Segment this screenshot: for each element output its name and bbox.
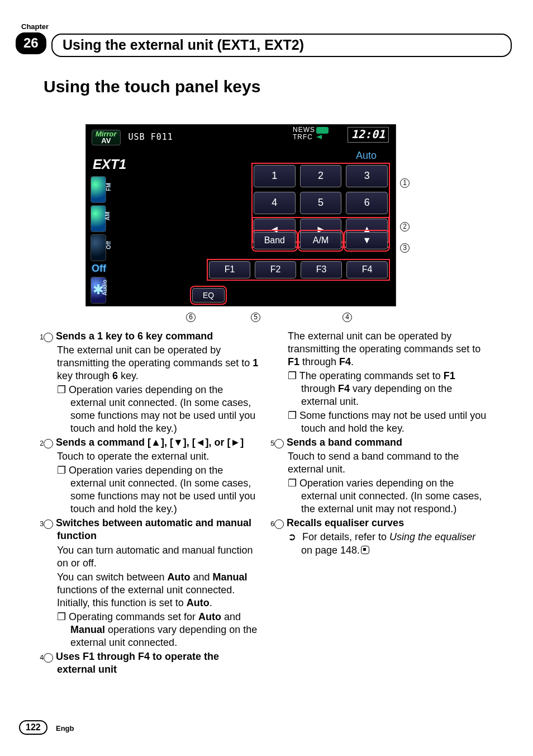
side-btn-off[interactable]: Off (91, 234, 106, 261)
item-6-num: 6 (274, 519, 284, 529)
eq-button[interactable]: EQ (192, 288, 225, 303)
key-down[interactable]: ▼ (346, 232, 388, 249)
left-column: 1 Sends a 1 key to 6 key command The ext… (44, 330, 259, 677)
language-label: Engb (56, 724, 74, 734)
key-2[interactable]: 2 (300, 165, 342, 187)
traffic-arrow-icon (316, 135, 322, 139)
item-2: 2 Sends a command [▲], [▼], [◄], or [►] (44, 436, 259, 449)
source-label: USB F011 (129, 132, 173, 143)
car-icon (316, 127, 329, 134)
band-button[interactable]: Band (254, 232, 296, 249)
item-2-body: Touch to operate the external unit. (44, 450, 259, 463)
item-6: 6 Recalls equaliser curves (274, 517, 489, 530)
callout-3: 3 (400, 242, 410, 253)
side-btn-fm[interactable]: FM (91, 176, 106, 203)
item-3-note: ❐ Operating commands set for Auto and Ma… (44, 611, 259, 649)
callout-6: 6 (186, 311, 196, 322)
item-5-note: ❐ Operation varies depending on the exte… (274, 477, 489, 516)
bluetooth-icon: ✱ (93, 281, 104, 299)
item-4-num: 4 (44, 653, 53, 663)
item-1-body: The external unit can be operated by tra… (44, 344, 259, 382)
f3-button[interactable]: F3 (301, 261, 342, 278)
key-3[interactable]: 3 (346, 165, 388, 187)
item-4-body: The external unit can be operated by tra… (274, 330, 489, 368)
chapter-label: Chapter (21, 22, 49, 32)
section-title: Using the touch panel keys (44, 76, 260, 97)
right-column: The external unit can be operated by tra… (274, 330, 489, 677)
item-5-body: Touch to send a band command to the exte… (274, 450, 489, 476)
item-1-title: Sends a 1 key to 6 key command (56, 330, 213, 342)
key-6[interactable]: 6 (346, 192, 388, 214)
key-4[interactable]: 4 (254, 192, 296, 214)
am-toggle-button[interactable]: A/M (300, 232, 342, 249)
item-2-num: 2 (44, 439, 53, 448)
band-row: Band A/M ▼ (254, 232, 388, 249)
item-4: 4 Uses F1 through F4 to operate the exte… (44, 650, 259, 676)
ext1-label: EXT1 (93, 156, 126, 173)
chapter-title: Using the external unit (EXT1, EXT2) (51, 34, 512, 57)
key-1[interactable]: 1 (254, 165, 296, 187)
callouts-below: 6 5 4 (85, 311, 396, 324)
callout-2: 2 (400, 220, 410, 231)
item-1-num: 1 (44, 333, 53, 342)
item-1-note: ❐ Operation varies depending on the exte… (44, 384, 259, 435)
chapter-number-badge: 26 (16, 32, 46, 54)
side-btn-am[interactable]: AM (91, 205, 106, 232)
key-5[interactable]: 5 (300, 192, 342, 214)
touch-panel-screenshot: Mirror AV USB F011 NEWS TRFC 12:01 Auto … (85, 124, 396, 306)
clock-display: 12:01 (348, 127, 389, 143)
f2-button[interactable]: F2 (255, 261, 296, 278)
fm-label: FM (105, 183, 112, 191)
item-3-body-2: You can switch between Auto and Manual f… (44, 571, 259, 609)
f-keys-group: F1 F2 F3 F4 (209, 261, 388, 278)
f1-button[interactable]: F1 (209, 261, 250, 278)
item-4-title: Uses F1 through F4 to operate the extern… (56, 651, 219, 675)
item-4-note-2: ❐ Some functions may not be used until y… (274, 409, 489, 435)
item-3-title: Switches between automatic and manual fu… (56, 517, 251, 541)
item-6-title: Recalls equaliser curves (287, 517, 404, 528)
trfc-indicator: TRFC (293, 133, 313, 141)
av-label: AV (96, 138, 117, 144)
item-5-num: 5 (274, 439, 284, 448)
mirror-av-button[interactable]: Mirror AV (92, 130, 121, 145)
item-3-num: 3 (44, 519, 53, 529)
item-3-body-1: You can turn automatic and manual functi… (44, 544, 259, 570)
item-6-ref: For details, refer to Using the equalise… (274, 531, 489, 556)
item-5-title: Sends a band command (287, 437, 402, 448)
item-4-note-1: ❐ The operating commands set to F1 throu… (274, 370, 489, 408)
section-end-icon (361, 546, 369, 554)
mode-label: Auto (356, 149, 377, 162)
callout-1: 1 (400, 177, 410, 188)
off-label-side: Off (105, 241, 112, 249)
callout-5: 5 (251, 311, 260, 322)
item-2-note: ❐ Operation varies depending on the exte… (44, 464, 259, 516)
am-label: AM (105, 212, 112, 221)
off-label: Off (92, 262, 106, 275)
body-columns: 1 Sends a 1 key to 6 key command The ext… (44, 330, 489, 677)
item-3: 3 Switches between automatic and manual … (44, 517, 259, 542)
item-5: 5 Sends a band command (274, 436, 489, 449)
page-number-badge: 122 (19, 720, 47, 735)
f4-button[interactable]: F4 (346, 261, 388, 278)
callout-4: 4 (342, 311, 352, 322)
item-1: 1 Sends a 1 key to 6 key command (44, 330, 259, 343)
